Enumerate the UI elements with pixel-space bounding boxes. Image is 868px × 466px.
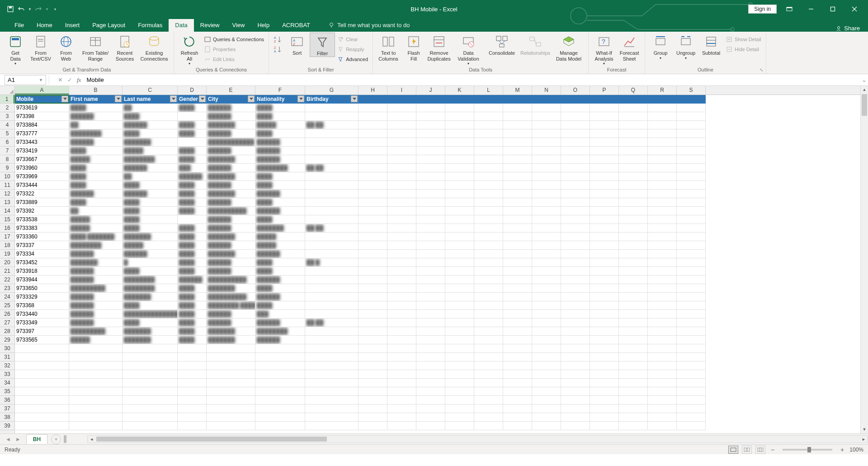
cell[interactable]: ████ [69, 198, 123, 207]
cell[interactable] [359, 233, 387, 241]
cell[interactable]: ████ [255, 181, 305, 190]
cell[interactable]: █████ [69, 224, 123, 233]
cell[interactable] [561, 207, 590, 215]
enter-formula-icon[interactable]: ✓ [67, 76, 72, 83]
cell[interactable] [416, 138, 445, 147]
column-header[interactable]: A [15, 86, 69, 95]
cell[interactable]: ████ [123, 319, 178, 327]
cell[interactable]: 9733538 [15, 215, 69, 224]
cell[interactable] [619, 396, 648, 404]
cell[interactable]: ████ [123, 224, 178, 233]
cell[interactable] [123, 361, 178, 370]
cell[interactable] [474, 258, 503, 267]
cell[interactable] [561, 267, 590, 276]
cell[interactable] [416, 336, 445, 344]
cell[interactable] [359, 198, 387, 207]
cell[interactable]: 973337 [15, 241, 69, 250]
data-validation-button[interactable]: DataValidation ▾ [452, 33, 485, 66]
cell[interactable] [445, 129, 474, 138]
cell[interactable] [474, 95, 503, 104]
qat-customize-icon[interactable]: ▾ [54, 7, 56, 11]
cell[interactable]: 9733960 [15, 164, 69, 172]
cell[interactable] [648, 241, 677, 250]
cell[interactable]: 9733667 [15, 155, 69, 164]
cell[interactable] [207, 361, 255, 370]
cell[interactable] [305, 353, 359, 361]
column-header[interactable]: S [677, 86, 706, 95]
column-header[interactable]: Q [619, 86, 648, 95]
cell[interactable] [648, 233, 677, 241]
cell[interactable]: 9733360 [15, 233, 69, 241]
cell[interactable] [445, 336, 474, 344]
cell[interactable] [648, 396, 677, 404]
cell[interactable] [178, 361, 207, 370]
cell[interactable] [648, 129, 677, 138]
cell[interactable] [648, 344, 677, 353]
row-header[interactable]: 2 [0, 104, 14, 112]
cell[interactable] [255, 353, 305, 361]
cell[interactable] [474, 276, 503, 284]
cell[interactable] [359, 224, 387, 233]
cell[interactable] [305, 250, 359, 258]
cell[interactable] [359, 155, 387, 164]
cell[interactable] [532, 387, 561, 396]
cell[interactable] [677, 164, 706, 172]
cell[interactable] [503, 172, 532, 181]
cell[interactable] [255, 404, 305, 413]
filter-dropdown-icon[interactable] [170, 95, 177, 102]
cell[interactable] [648, 207, 677, 215]
row-header[interactable]: 38 [0, 413, 14, 422]
cell[interactable]: ██████ [123, 250, 178, 258]
cell[interactable] [445, 224, 474, 233]
forecast-sheet-button[interactable]: ForecastSheet [617, 33, 642, 62]
cell[interactable] [503, 104, 532, 112]
cell[interactable] [359, 361, 387, 370]
cell[interactable] [619, 413, 648, 422]
cell[interactable] [532, 370, 561, 379]
cell[interactable] [15, 361, 69, 370]
cell[interactable] [503, 181, 532, 190]
cell[interactable] [359, 95, 387, 104]
cell[interactable] [359, 370, 387, 379]
tab-file[interactable]: File [8, 19, 30, 32]
cell[interactable] [359, 387, 387, 396]
cell[interactable] [15, 344, 69, 353]
cell[interactable] [123, 353, 178, 361]
cell[interactable]: ████ [178, 121, 207, 129]
cell[interactable] [445, 361, 474, 370]
cell[interactable]: ██████████ [207, 207, 255, 215]
cell[interactable]: ██████ [255, 336, 305, 344]
cell[interactable] [677, 250, 706, 258]
cell[interactable] [561, 344, 590, 353]
cell[interactable] [416, 172, 445, 181]
cell[interactable] [445, 344, 474, 353]
cell[interactable] [178, 112, 207, 121]
cell[interactable]: ██████ [69, 250, 123, 258]
cell[interactable]: 9733419 [15, 147, 69, 155]
cell[interactable] [619, 95, 648, 104]
row-header[interactable]: 34 [0, 379, 14, 387]
cell[interactable] [474, 241, 503, 250]
remove-duplicates-button[interactable]: RemoveDuplicates [426, 33, 452, 62]
cell[interactable] [305, 155, 359, 164]
cell[interactable]: 9733443 [15, 138, 69, 147]
cell[interactable] [416, 164, 445, 172]
cell[interactable] [445, 190, 474, 198]
cell[interactable] [387, 112, 416, 121]
cell[interactable] [648, 190, 677, 198]
cell[interactable] [532, 155, 561, 164]
cell[interactable] [619, 336, 648, 344]
cell[interactable] [305, 301, 359, 310]
cell[interactable] [532, 138, 561, 147]
cell[interactable] [677, 198, 706, 207]
cell[interactable]: ███████████████ [123, 310, 178, 319]
cell[interactable] [474, 147, 503, 155]
cell[interactable] [619, 284, 648, 293]
cell[interactable] [445, 327, 474, 336]
cell[interactable] [677, 293, 706, 301]
cell[interactable] [474, 233, 503, 241]
cell[interactable] [677, 284, 706, 293]
cell[interactable] [532, 112, 561, 121]
cell[interactable] [387, 361, 416, 370]
cell[interactable]: ████ [178, 284, 207, 293]
